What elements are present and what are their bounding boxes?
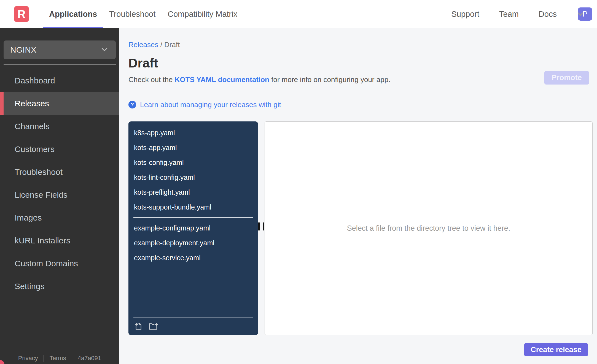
- sidebar-item-troubleshoot[interactable]: Troubleshoot: [0, 161, 119, 183]
- nav-tab-troubleshoot[interactable]: Troubleshoot: [103, 0, 162, 28]
- file-tree-item[interactable]: example-deployment.yaml: [128, 235, 258, 250]
- breadcrumb-releases-link[interactable]: Releases: [128, 40, 158, 49]
- file-tree-item[interactable]: kots-app.yaml: [128, 140, 258, 155]
- file-tree-item[interactable]: kots-preflight.yaml: [128, 185, 258, 200]
- breadcrumb-current: Draft: [164, 40, 180, 49]
- question-mark-icon: ?: [128, 101, 136, 108]
- app-selector-value: NGINX: [10, 45, 36, 55]
- panel-resize-handle[interactable]: [258, 121, 265, 335]
- nav-right-links: Support Team Docs P: [451, 7, 592, 21]
- file-tree-panel: k8s-app.yaml kots-app.yaml kots-config.y…: [128, 121, 258, 335]
- sidebar-item-custom-domains[interactable]: Custom Domains: [0, 252, 119, 275]
- sidebar-item-dashboard[interactable]: Dashboard: [0, 69, 119, 92]
- app-selector-dropdown[interactable]: NGINX: [4, 40, 116, 59]
- nav-tab-label: Applications: [49, 10, 97, 19]
- nav-tab-applications[interactable]: Applications: [43, 0, 103, 28]
- sidebar-divider: [4, 64, 116, 65]
- file-viewer-panel: Select a file from the directory tree to…: [265, 121, 593, 335]
- file-tree-actions-bar: [128, 317, 258, 335]
- sidebar-item-customers[interactable]: Customers: [0, 138, 119, 161]
- breadcrumb-separator: /: [158, 40, 164, 49]
- resize-grip-bar: [258, 222, 260, 230]
- footer-separator: [72, 355, 72, 362]
- create-release-row: Create release: [128, 343, 593, 356]
- account-menu-chevron-down-icon[interactable]: [576, 10, 585, 18]
- git-help-row: ? Learn about managing your releases wit…: [128, 100, 593, 109]
- build-sha: 4a7a091: [78, 355, 101, 362]
- app-selector-chevron-down-icon: [100, 45, 109, 55]
- git-releases-help-link[interactable]: Learn about managing your releases with …: [140, 100, 281, 109]
- footer-separator: [44, 355, 44, 362]
- replicated-logo-icon[interactable]: R: [14, 6, 29, 22]
- nav-link-docs[interactable]: Docs: [539, 10, 557, 19]
- terms-link[interactable]: Terms: [50, 355, 66, 362]
- page-title: Draft: [128, 55, 593, 71]
- sidebar-item-kurl-installers[interactable]: kURL Installers: [0, 229, 119, 252]
- nav-link-team[interactable]: Team: [499, 10, 519, 19]
- page-subtitle: Check out the KOTS YAML documentation fo…: [128, 75, 593, 85]
- sidebar-item-license-fields[interactable]: License Fields: [0, 183, 119, 206]
- sidebar-item-images[interactable]: Images: [0, 206, 119, 229]
- main-content: Releases / Draft Draft Promote Check out…: [119, 28, 597, 364]
- file-tree-item[interactable]: k8s-app.yaml: [128, 125, 258, 140]
- app-screen: R Applications Troubleshoot Compatibilit…: [0, 0, 597, 364]
- nav-tab-label: Troubleshoot: [109, 10, 155, 19]
- primary-tabs: Applications Troubleshoot Compatibility …: [43, 0, 243, 28]
- app-sidebar: NGINX Dashboard Releases Channels Custom…: [0, 28, 119, 364]
- new-folder-icon[interactable]: [148, 321, 158, 331]
- nav-link-support[interactable]: Support: [451, 10, 479, 19]
- viewer-placeholder-text: Select a file from the directory tree to…: [347, 224, 510, 233]
- sidebar-footer: Privacy Terms 4a7a091: [0, 355, 119, 362]
- create-release-button[interactable]: Create release: [524, 343, 588, 356]
- file-tree-actions-divider: [133, 317, 253, 317]
- kots-yaml-docs-link[interactable]: KOTS YAML documentation: [175, 75, 269, 84]
- promote-button[interactable]: Promote: [544, 71, 589, 85]
- subtitle-prefix: Check out the: [128, 75, 175, 84]
- file-tree-divider: [133, 217, 253, 218]
- release-editor: k8s-app.yaml kots-app.yaml kots-config.y…: [128, 121, 593, 335]
- active-tab-underline: [43, 27, 103, 28]
- file-tree-item[interactable]: example-configmap.yaml: [128, 221, 258, 235]
- file-tree-item[interactable]: kots-config.yaml: [128, 155, 258, 170]
- file-tree-item[interactable]: kots-lint-config.yaml: [128, 170, 258, 185]
- privacy-link[interactable]: Privacy: [18, 355, 38, 362]
- nav-tab-compatibility-matrix[interactable]: Compatibility Matrix: [162, 0, 243, 28]
- breadcrumb: Releases / Draft: [128, 40, 593, 49]
- nav-tab-label: Compatibility Matrix: [168, 10, 237, 19]
- resize-grip-bar: [263, 222, 264, 230]
- sidebar-item-releases[interactable]: Releases: [0, 92, 119, 115]
- sidebar-nav: Dashboard Releases Channels Customers Tr…: [0, 69, 119, 298]
- subtitle-suffix: for more info on configuring your app.: [269, 75, 390, 84]
- file-tree-item[interactable]: example-service.yaml: [128, 250, 258, 265]
- sidebar-item-channels[interactable]: Channels: [0, 115, 119, 138]
- sidebar-item-settings[interactable]: Settings: [0, 275, 119, 298]
- file-tree-item[interactable]: kots-support-bundle.yaml: [128, 200, 258, 214]
- top-navbar: R Applications Troubleshoot Compatibilit…: [0, 0, 597, 28]
- new-file-icon[interactable]: [133, 321, 143, 331]
